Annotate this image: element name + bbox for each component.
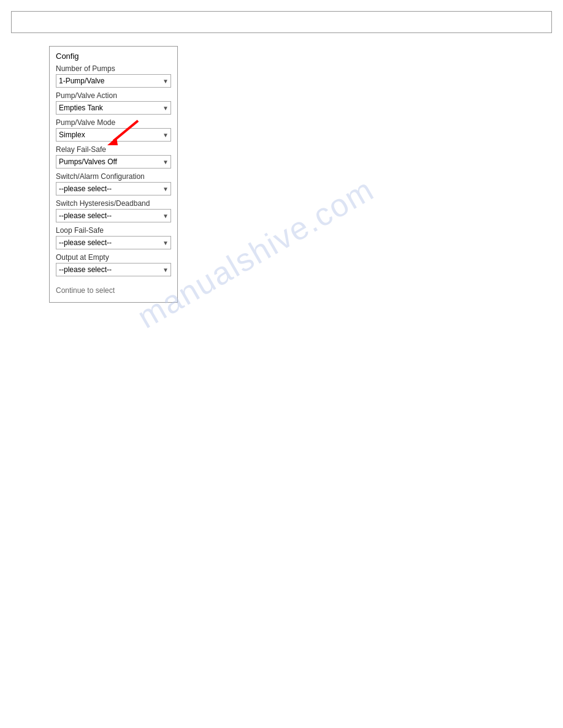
select-loop-fail-safe[interactable]: --please select-- — [56, 236, 171, 249]
select-switch-hysteresis[interactable]: --please select-- — [56, 209, 171, 222]
top-bar — [11, 11, 552, 33]
select-switch-alarm-config[interactable]: --please select-- — [56, 182, 171, 195]
select-wrapper-number-of-pumps: 1-Pump/Valve2-Pumps/Valves3-Pumps/Valves… — [56, 74, 171, 88]
fields-container: Number of Pumps1-Pump/Valve2-Pumps/Valve… — [56, 64, 171, 276]
label-pump-valve-action: Pump/Valve Action — [56, 91, 171, 100]
select-relay-fail-safe[interactable]: Pumps/Valves OffPumps/Valves On — [56, 155, 171, 169]
select-wrapper-relay-fail-safe: Pumps/Valves OffPumps/Valves On▼ — [56, 155, 171, 169]
svg-marker-1 — [107, 137, 118, 145]
label-switch-hysteresis: Switch Hysteresis/Deadband — [56, 199, 171, 208]
select-wrapper-output-at-empty: --please select--▼ — [56, 263, 171, 276]
select-wrapper-switch-hysteresis: --please select--▼ — [56, 209, 171, 222]
select-pump-valve-action[interactable]: Empties TankFills Tank — [56, 101, 171, 115]
select-wrapper-loop-fail-safe: --please select--▼ — [56, 236, 171, 249]
label-switch-alarm-config: Switch/Alarm Configuration — [56, 172, 171, 181]
label-number-of-pumps: Number of Pumps — [56, 64, 171, 73]
label-output-at-empty: Output at Empty — [56, 253, 171, 262]
config-title: Config — [56, 51, 171, 61]
select-output-at-empty[interactable]: --please select-- — [56, 263, 171, 276]
red-arrow-annotation — [104, 118, 141, 148]
svg-line-0 — [113, 121, 138, 141]
label-loop-fail-safe: Loop Fail-Safe — [56, 226, 171, 235]
select-wrapper-switch-alarm-config: --please select--▼ — [56, 182, 171, 195]
continue-label: Continue to select — [56, 286, 171, 295]
config-panel: Config Number of Pumps1-Pump/Valve2-Pump… — [49, 46, 178, 303]
select-wrapper-pump-valve-action: Empties TankFills Tank▼ — [56, 101, 171, 115]
select-number-of-pumps[interactable]: 1-Pump/Valve2-Pumps/Valves3-Pumps/Valves — [56, 74, 171, 88]
